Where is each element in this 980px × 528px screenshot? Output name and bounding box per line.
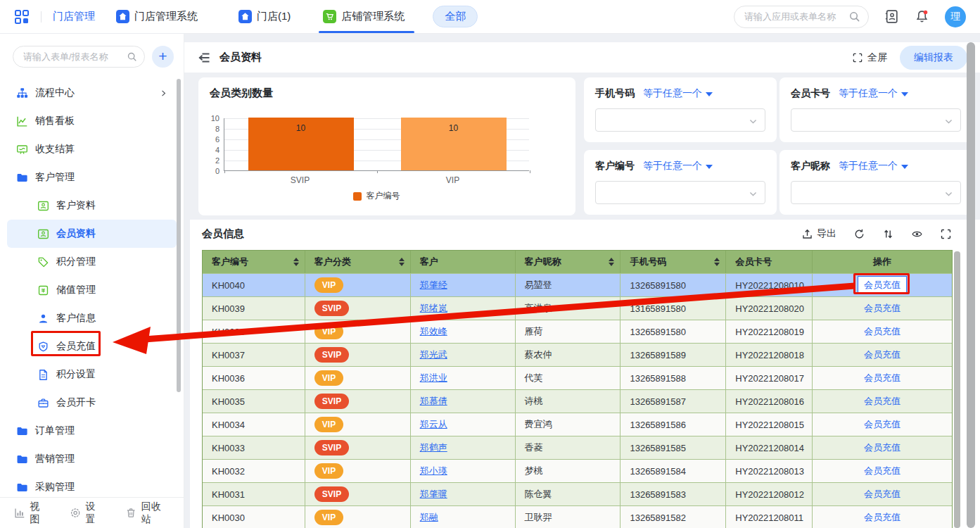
customer-link[interactable]: 郑云从 [420, 418, 447, 431]
recharge-action-link[interactable]: 会员充值 [864, 418, 901, 431]
customer-link[interactable]: 郑肇骥 [420, 488, 447, 501]
sidebar-item-积分设置[interactable]: 积分设置 [7, 360, 177, 389]
sidebar-scrollbar[interactable] [177, 79, 181, 392]
sort-arrows-icon[interactable] [609, 258, 614, 266]
sort-arrows-icon[interactable] [293, 258, 299, 266]
customer-link[interactable]: 郑慕倩 [420, 395, 447, 408]
table-row[interactable]: KH0030VIP郑融卫耿羿13265891582HY20221208011会员… [203, 505, 952, 528]
column-header-客户[interactable]: 客户 [411, 251, 516, 273]
table-fullscreen-button[interactable] [940, 228, 952, 240]
table-row[interactable]: KH0034VIP郑云从费宜鸿13265891586HY20221208015会… [203, 413, 952, 436]
customer-link[interactable]: 郑肇经 [420, 279, 447, 291]
filter-operator-dropdown[interactable]: 等于任意一个 [839, 87, 908, 100]
customer-link[interactable]: 郑小瑛 [420, 465, 447, 477]
cell-card-number: HY20221208011 [726, 506, 813, 528]
customer-link[interactable]: 郑鹤声 [420, 441, 447, 454]
avatar[interactable]: 理 [945, 6, 966, 27]
sidebar-item-客户信息[interactable]: 客户信息 [7, 304, 177, 332]
person-icon [37, 313, 49, 325]
recharge-action-link[interactable]: 会员充值 [864, 325, 901, 338]
sidebar-item-采购管理[interactable]: 采购管理 [7, 473, 177, 497]
table-row[interactable]: KH0038VIP郑效峰雁荷13265891580HY20221208019会员… [203, 320, 952, 343]
tab-门店管理系统[interactable]: 门店管理系统 [116, 0, 198, 33]
footer-设置[interactable]: 设置 [70, 501, 104, 526]
customer-id: KH0031 [212, 489, 245, 500]
recharge-action-link[interactable]: 会员充值 [864, 488, 901, 501]
column-header-客户昵称[interactable]: 客户昵称 [516, 251, 621, 273]
recharge-action-link[interactable]: 会员充值 [864, 395, 901, 408]
filter-value-select[interactable] [595, 181, 765, 204]
footer-回收站[interactable]: 回收站 [125, 501, 170, 526]
sidebar-item-销售看板[interactable]: 销售看板 [7, 107, 177, 135]
filter-value-select[interactable] [791, 181, 961, 204]
contacts-icon[interactable] [884, 9, 899, 24]
recharge-action-link[interactable]: 会员充值 [864, 465, 901, 477]
home-link[interactable]: 门店管理 [53, 10, 95, 23]
customer-link[interactable]: 郑效峰 [420, 325, 447, 338]
table-row[interactable]: KH0040VIP郑肇经易堃登13265891580HY20221208010会… [203, 273, 952, 296]
table-row[interactable]: KH0033SVIP郑鹤声香菱13265891585HY20221208014会… [203, 436, 952, 459]
column-header-客户分类[interactable]: 客户分类 [305, 251, 411, 273]
customer-link[interactable]: 郑洪业 [420, 372, 447, 384]
add-button[interactable]: + [152, 46, 174, 68]
table-row[interactable]: KH0036VIP郑洪业代芙13265891588HY20221208017会员… [203, 366, 952, 389]
recharge-action-link[interactable]: 会员充值 [864, 511, 901, 524]
sidebar-item-label: 客户管理 [35, 171, 75, 184]
customer-link[interactable]: 郑融 [420, 511, 438, 524]
filter-value-select[interactable] [791, 108, 961, 132]
recharge-action-link[interactable]: 会员充值 [864, 372, 901, 384]
column-header-会员卡号[interactable]: 会员卡号 [726, 251, 813, 273]
recharge-action-button[interactable]: 会员充值 [858, 276, 907, 294]
column-header-操作[interactable]: 操作 [813, 251, 952, 273]
table-row[interactable]: KH0035SVIP郑慕倩诗桃13265891587HY20221208016会… [203, 389, 952, 413]
customer-link[interactable]: 郑光武 [420, 348, 447, 361]
edit-report-button[interactable]: 编辑报表 [900, 46, 967, 70]
tab-门店(1)[interactable]: 门店(1) [238, 0, 291, 33]
table-row[interactable]: KH0031SVIP郑肇骥陈仓翼13265891583HY20221208012… [203, 482, 952, 505]
column-header-客户编号[interactable]: 客户编号 [203, 251, 305, 273]
column-header-手机号码[interactable]: 手机号码 [621, 251, 726, 273]
filter-operator-dropdown[interactable]: 等于任意一个 [643, 87, 713, 100]
visibility-button[interactable] [911, 228, 923, 240]
tab-店铺管理系统[interactable]: 店铺管理系统 [323, 0, 405, 33]
sidebar-item-会员资料[interactable]: 会员资料 [7, 220, 177, 248]
flow-icon [16, 87, 28, 99]
customer-link[interactable]: 郑绪岚 [420, 302, 447, 315]
recharge-action-link[interactable]: 会员充值 [864, 302, 901, 315]
sidebar-item-客户管理[interactable]: 客户管理 [7, 163, 177, 191]
sidebar-item-订单管理[interactable]: 订单管理 [7, 417, 177, 445]
nickname: 费宜鸿 [525, 418, 552, 431]
search-icon[interactable] [848, 11, 860, 23]
sort-button[interactable] [882, 228, 894, 240]
sidebar-item-储值管理[interactable]: 储值管理 [7, 276, 177, 304]
sidebar-item-收支结算[interactable]: 收支结算 [7, 135, 177, 163]
apps-grid-icon[interactable] [14, 9, 30, 25]
table-row[interactable]: KH0039SVIP郑绪岚高洪泉13165891580HY20221208020… [203, 296, 952, 320]
page-scrollbar[interactable] [967, 42, 975, 528]
sort-arrows-icon[interactable] [399, 258, 405, 266]
sidebar-item-积分管理[interactable]: 积分管理 [7, 248, 177, 276]
filter-operator-dropdown[interactable]: 等于任意一个 [643, 160, 713, 172]
sidebar-item-营销管理[interactable]: 营销管理 [7, 445, 177, 473]
table-row[interactable]: KH0037SVIP郑光武蔡农仲13265891589HY20221208018… [203, 343, 952, 366]
sidebar-item-流程中心[interactable]: 流程中心 [7, 79, 177, 107]
footer-视图[interactable]: 视图 [14, 501, 49, 526]
all-button[interactable]: 全部 [433, 6, 478, 27]
sidebar-item-会员充值[interactable]: 会员充值 [7, 332, 177, 360]
filter-operator-dropdown[interactable]: 等于任意一个 [839, 160, 908, 172]
refresh-button[interactable] [853, 228, 865, 240]
table-row[interactable]: KH0032VIP郑小瑛梦桃13265891584HY20221208013会员… [203, 459, 952, 482]
collapse-panel-icon[interactable] [197, 51, 211, 65]
bell-icon[interactable] [915, 9, 929, 24]
fullscreen-button[interactable]: 全屏 [852, 51, 887, 64]
recharge-action-link[interactable]: 会员充值 [864, 348, 901, 361]
table-scrollbar[interactable] [954, 251, 960, 528]
recharge-action-link[interactable]: 会员充值 [864, 441, 901, 454]
sidebar-item-客户资料[interactable]: 客户资料 [7, 191, 177, 220]
form-search-input[interactable] [13, 46, 145, 68]
export-button[interactable]: 导出 [801, 227, 836, 240]
sort-arrows-icon[interactable] [714, 258, 720, 266]
sidebar-item-会员开卡[interactable]: 会员开卡 [7, 389, 177, 417]
filter-value-select[interactable] [595, 108, 765, 132]
search-icon[interactable] [127, 51, 137, 62]
